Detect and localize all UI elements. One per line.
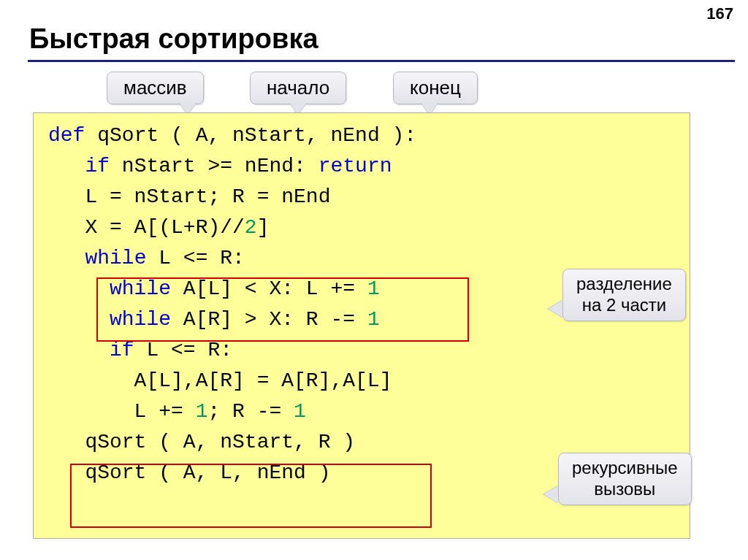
- title-underline: [28, 60, 735, 62]
- callout-start: начало: [250, 72, 346, 104]
- callout-split-pointer: [548, 300, 562, 318]
- callout-split: разделение на 2 части: [562, 269, 686, 321]
- callout-recursion: рекурсивные вызовы: [558, 453, 692, 505]
- callout-recursion-pointer: [543, 486, 558, 503]
- page-number: 167: [706, 4, 733, 23]
- highlight-recursion: [70, 464, 432, 528]
- highlight-split-loop: [96, 277, 469, 342]
- slide-title: Быстрая сортировка: [29, 23, 318, 55]
- callout-array: массив: [107, 72, 204, 104]
- callout-end: конец: [393, 72, 478, 104]
